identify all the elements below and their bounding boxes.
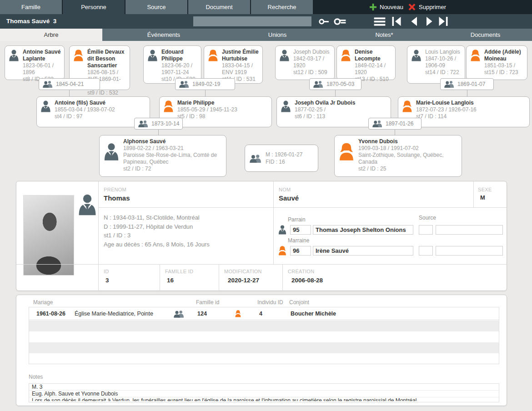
person-card-alphonse-sauve[interactable]: Alphonse Sauvé 1898-02-22 / 1963-03-21 P…: [99, 135, 226, 177]
tree-connector: [158, 130, 159, 135]
person-card-addee-moineau[interactable]: Addée (Adèle) Moineau 1851-03-15 / st15 …: [466, 45, 527, 80]
person-name: Marie-Louise Langlois: [416, 100, 477, 106]
tree-connector: [335, 90, 336, 96]
nom-value: Sauvé: [279, 194, 299, 202]
union-date: 1897-01-26: [386, 120, 413, 127]
couple-icon: [138, 120, 148, 127]
hamburger-icon: [374, 17, 386, 26]
id-label: ID: [104, 269, 109, 274]
notes-field[interactable]: M. 3 Eug. Alph. Sauve et Yvonne Dubois L…: [29, 383, 499, 402]
person-card-joseph-dubois[interactable]: Joseph Dubois 1842-03-17 / 1920 st12 / I…: [275, 45, 335, 80]
union-badge[interactable]: 1845-04-21: [39, 78, 100, 90]
sexe-label: SEXE: [478, 187, 492, 192]
divider: [273, 181, 274, 264]
col-famille-id: Famille id: [196, 299, 219, 306]
marraine-id-field[interactable]: [290, 246, 311, 256]
id-value: 3: [105, 277, 109, 284]
search-input[interactable]: [193, 16, 311, 26]
person-name: Marie Philippe: [177, 100, 237, 106]
nom-label: NOM: [279, 187, 291, 192]
empty-row[interactable]: [29, 321, 499, 331]
divider: [219, 264, 219, 291]
last-icon: [437, 17, 449, 26]
union-date: 1869-01-07: [457, 81, 485, 87]
union-badge[interactable]: 1849-02-19: [175, 78, 235, 90]
divider: [160, 264, 160, 291]
previous-record-button[interactable]: [410, 17, 418, 26]
tab-famille[interactable]: Famille: [0, 0, 62, 14]
subtab-unions[interactable]: Unions: [225, 29, 330, 41]
person-name: Antoine (fils) Sauvé: [55, 100, 115, 106]
person-name: Alphonse Sauvé: [123, 138, 223, 145]
subtab-arbre[interactable]: Arbre: [0, 29, 102, 41]
empty-row[interactable]: [29, 342, 499, 353]
first-record-button[interactable]: [391, 17, 402, 26]
female-person-icon: [207, 49, 219, 62]
female-person-icon: [340, 49, 351, 62]
subtab-documents[interactable]: Documents: [439, 29, 532, 41]
parrain-source-field[interactable]: [436, 225, 503, 235]
empty-row[interactable]: [29, 331, 499, 342]
person-card-antoine-laplante[interactable]: Antoine Sauvé Laplante 1823-06-01 / 1896…: [5, 45, 65, 80]
subtab-evenements[interactable]: Événements: [102, 29, 225, 41]
previous-icon: [410, 17, 418, 26]
parrain-source-id-field[interactable]: [419, 225, 433, 235]
union-badge[interactable]: 1873-10-14: [134, 118, 183, 130]
tab-personne[interactable]: Personne: [63, 0, 125, 14]
key-button[interactable]: [318, 18, 330, 25]
menu-button[interactable]: [374, 17, 386, 26]
next-record-button[interactable]: [426, 17, 433, 26]
person-name: Émilie Devaux dit Besson Sanscartier: [87, 49, 126, 69]
marriage-date: 1961-08-26: [36, 307, 65, 320]
union-card[interactable]: M : 1926-01-27 FID : 16: [245, 145, 318, 172]
divider: [473, 181, 474, 207]
person-card-denise-lecompte[interactable]: Denise Lecompte 1849-02-14 / 1920 st13 /…: [336, 45, 396, 80]
tab-recherche[interactable]: Recherche: [251, 0, 313, 14]
note-line: M. 3: [29, 384, 499, 391]
couple-icon: [179, 80, 189, 88]
last-record-button[interactable]: [437, 17, 449, 26]
tree-connector: [467, 90, 467, 96]
person-name: Justine Émilie Hurtubise: [222, 49, 259, 62]
main-tab-bar: Famille Personne Source Document Recherc…: [0, 0, 532, 14]
key-icon: [318, 18, 330, 25]
person-name: Louis Langlois: [425, 49, 462, 55]
couple-icon: [372, 120, 382, 127]
notes-label: Notes: [29, 374, 43, 380]
person-detail-panel: PRÉNOM Thomas NOM Sauvé SEXE M N : 1934-…: [16, 181, 507, 291]
vital-info: N : 1934-03-11, St-Clotilde, Montréal D …: [104, 213, 210, 249]
person-card-antoine-fils[interactable]: Antoine (fils) Sauvé 1855-03-04 / 1938-0…: [36, 96, 150, 127]
couple-icon: [174, 310, 184, 318]
supprimer-button[interactable]: Supprimer: [408, 0, 446, 14]
union-date: 1870-05-03: [326, 81, 354, 87]
tab-source[interactable]: Source: [125, 0, 187, 14]
col-mariage: Mariage: [33, 299, 53, 306]
marriage-row[interactable]: 1961-08-26 Église Marie-Mediatrice, Poin…: [29, 307, 499, 320]
person-photo: [23, 195, 74, 276]
person-card-yvonne-dubois[interactable]: Yvonne Dubois 1909-03-18 / 1991-07-02 Sa…: [334, 135, 462, 177]
person-name: Denise Lecompte: [355, 49, 392, 62]
tab-document[interactable]: Document: [188, 0, 250, 14]
couple-icon: [313, 80, 323, 88]
union-badge[interactable]: 1870-05-03: [309, 78, 361, 90]
empty-row[interactable]: [29, 353, 499, 364]
subtab-notes[interactable]: Notes*: [330, 29, 439, 41]
couple-icon: [444, 80, 454, 88]
union-date: 1849-02-19: [192, 81, 220, 87]
marraine-source-id-field[interactable]: [419, 246, 433, 256]
id-line: st1 / ID : 3: [104, 231, 210, 240]
marraine-source-field[interactable]: [436, 246, 503, 256]
parrain-id-field[interactable]: [290, 225, 311, 235]
supprimer-label: Supprimer: [419, 4, 446, 10]
male-person-icon: [147, 49, 158, 62]
marriages-table: 1961-08-26 Église Marie-Mediatrice, Poin…: [29, 307, 499, 364]
col-conjoint: Conjoint: [289, 299, 309, 306]
marraine-name-field[interactable]: [313, 246, 413, 256]
nouveau-button[interactable]: Nouveau: [370, 0, 403, 14]
female-person-icon: [163, 100, 174, 113]
parrain-name-field[interactable]: [313, 225, 413, 235]
key-plus-button[interactable]: [333, 17, 347, 26]
union-badge[interactable]: 1869-01-07: [440, 78, 494, 90]
union-badge[interactable]: 1897-01-26: [368, 118, 422, 130]
birth-line: N : 1934-03-11, St-Clotilde, Montréal: [104, 213, 210, 222]
